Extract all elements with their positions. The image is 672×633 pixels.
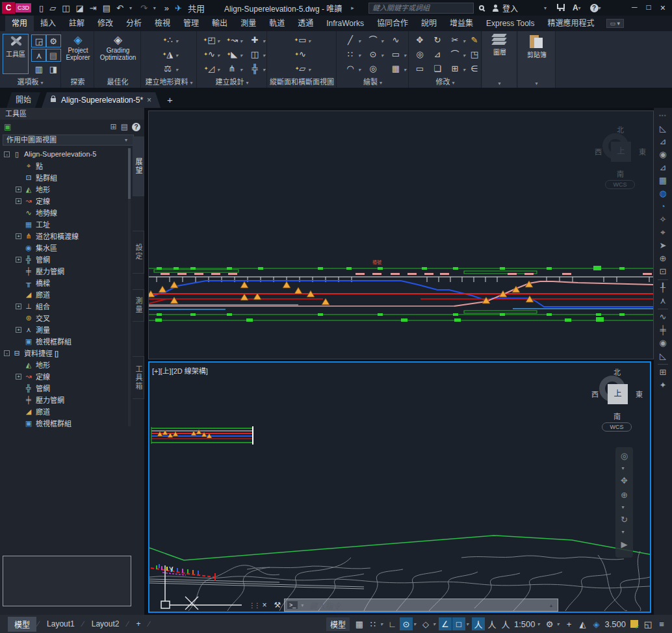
- quick-profile-icon[interactable]: ✦∿: [292, 48, 308, 61]
- viewcube-north[interactable]: 北: [614, 367, 621, 377]
- orbit-icon[interactable]: ↻: [621, 515, 628, 524]
- command-customize-icon[interactable]: ⚒: [271, 601, 284, 610]
- point-filter-icon[interactable]: ✦: [660, 380, 667, 391]
- tree-item-turnouts-crossovers[interactable]: +⋔道岔和橫渡線: [1, 230, 129, 242]
- tree-item-ds-corridors[interactable]: ◢廊道: [1, 406, 129, 417]
- viewcube-east[interactable]: 東: [636, 389, 643, 399]
- toolspace-tab-toolbox[interactable]: 工具箱: [133, 356, 144, 399]
- tab-addins[interactable]: 增益集: [443, 16, 480, 31]
- layers-button[interactable]: 圖層: [487, 34, 512, 57]
- point-number-icon[interactable]: ⌖: [660, 227, 665, 238]
- workspace-dropdown-icon[interactable]: ▾: [556, 621, 562, 627]
- panel-pin-icon[interactable]: ⊞: [110, 122, 117, 131]
- annotation-autoscale-icon[interactable]: 人: [485, 617, 498, 630]
- pline-edit-icon[interactable]: ◠▾: [342, 62, 361, 75]
- close-icon[interactable]: ×: [660, 3, 666, 13]
- share-label[interactable]: 共用: [188, 2, 205, 14]
- tab-rail[interactable]: 軌道: [263, 16, 291, 31]
- match-transparent-icon[interactable]: ⊞: [660, 367, 667, 378]
- user-icon[interactable]: [492, 5, 499, 12]
- stretch-icon[interactable]: ▭: [412, 62, 428, 75]
- assembly-icon[interactable]: ⋔▾: [224, 62, 242, 75]
- signin-dropdown-icon[interactable]: ▾: [544, 5, 549, 11]
- view-selector-dropdown[interactable]: 作用中圖面視圖 ▾: [3, 135, 134, 146]
- steering-wheel-icon[interactable]: ◎: [621, 451, 628, 461]
- viewcube-face-top[interactable]: 上: [611, 142, 631, 162]
- tree-item-bridges[interactable]: ╥橋樑: [1, 277, 129, 289]
- line-icon[interactable]: ╱▾: [342, 34, 361, 47]
- tree-item-ds-alignments[interactable]: +↝定線: [1, 370, 129, 382]
- wcs-menu[interactable]: WCS: [605, 180, 635, 189]
- fillet-icon[interactable]: ⌒▾: [447, 48, 465, 61]
- viewcube-east[interactable]: 東: [639, 146, 646, 157]
- minimize-icon[interactable]: ─: [632, 3, 638, 13]
- deflection-icon[interactable]: ⊿: [660, 162, 667, 173]
- survey-station-icon[interactable]: ⋏: [660, 296, 666, 306]
- pipe-network-icon[interactable]: ╬▾: [247, 62, 265, 75]
- command-prompt-icon[interactable]: >_: [287, 601, 298, 609]
- tree-item-pressure-networks[interactable]: ╪壓力管網: [1, 265, 129, 277]
- new-file-icon[interactable]: ▯: [39, 3, 44, 13]
- tab-express-tools[interactable]: Express Tools: [480, 16, 541, 31]
- layout2-tab[interactable]: Layout2: [85, 617, 126, 630]
- open-file-icon[interactable]: ▱: [49, 3, 56, 13]
- panel-draw-label[interactable]: 繪製 ▾: [337, 76, 408, 86]
- graphics-performance-icon[interactable]: ◈: [589, 617, 602, 630]
- points-menu-icon[interactable]: ✦∴▾: [160, 34, 178, 47]
- sign-in-label[interactable]: 登入: [502, 3, 518, 14]
- properties-palette-icon[interactable]: ◲: [31, 34, 47, 47]
- app-dropdown-icon[interactable]: ▾: [578, 5, 584, 11]
- qat-more-icon[interactable]: »: [164, 3, 169, 13]
- toolbar-grip[interactable]: ▪▪▪: [659, 110, 667, 121]
- parcel-icon[interactable]: ✦◰▾: [201, 34, 220, 47]
- drawing-standards-icon[interactable]: [630, 620, 638, 628]
- tree-item-assemblies[interactable]: +⊥組合: [1, 300, 129, 312]
- save-as-icon[interactable]: ◪: [75, 3, 83, 13]
- tab-home[interactable]: 常用: [5, 16, 34, 31]
- mirror-icon[interactable]: ⊿: [430, 48, 445, 61]
- undo-icon[interactable]: ↶: [116, 3, 123, 13]
- elevation-value[interactable]: 3.500: [603, 617, 627, 630]
- survey-palette-icon[interactable]: ⋏: [31, 49, 47, 62]
- polar-dropdown-icon[interactable]: ▾: [413, 621, 419, 627]
- tab-survey[interactable]: 測量: [234, 16, 263, 31]
- pan-icon[interactable]: ✥: [621, 476, 628, 485]
- toolspace-button[interactable]: 工具區: [3, 34, 29, 74]
- scale-dropdown-icon[interactable]: ▾: [537, 621, 542, 627]
- tree-root-data-shortcuts[interactable]: -⊟資料捷徑 []: [1, 347, 129, 359]
- toolspace-tab-survey[interactable]: 測量: [133, 289, 144, 322]
- alignment-icon[interactable]: ✦↝▾: [224, 34, 242, 47]
- tab-manage[interactable]: 管理: [177, 16, 205, 31]
- tab-analyze[interactable]: 分析: [120, 16, 148, 31]
- tree-item-survey[interactable]: +⋏測量: [1, 324, 129, 335]
- search-icon[interactable]: [479, 5, 484, 10]
- snap-mode-icon[interactable]: ∷: [367, 617, 380, 630]
- viewport-controls-label[interactable]: [+][上][2D 線架構]: [152, 365, 208, 376]
- rectangle-icon[interactable]: ▭▾: [388, 48, 406, 61]
- redo-icon[interactable]: ↷: [140, 3, 148, 13]
- zoom-point-icon[interactable]: ⊕: [660, 253, 667, 264]
- erase-icon[interactable]: ✎: [467, 34, 482, 47]
- section-view-icon[interactable]: ✦▱▾: [292, 62, 311, 75]
- tree-item-ds-view-frame-groups[interactable]: ▣檢視框群組: [1, 417, 129, 429]
- catchment-point-icon[interactable]: ◉: [659, 338, 666, 348]
- tree-item-intersections[interactable]: ⊛交叉: [1, 312, 129, 324]
- profile-view-icon[interactable]: ✦▭▾: [292, 34, 311, 47]
- profile-elevation-icon[interactable]: ∿: [660, 312, 667, 322]
- redo-dropdown-icon[interactable]: ▾: [153, 5, 159, 11]
- explode-icon[interactable]: ◳: [467, 48, 482, 61]
- panel-create-ground-label[interactable]: 建立地形資料 ▾: [142, 76, 196, 86]
- panel-create-design-label[interactable]: 建立設計 ▾: [198, 76, 266, 86]
- tab-transparent[interactable]: 透通: [291, 16, 320, 31]
- command-close-icon[interactable]: ×: [258, 601, 271, 610]
- pressure-pipe-icon[interactable]: ╪: [660, 325, 666, 335]
- viewcube-top-viewport[interactable]: 上 北 南 西 東 WCS: [596, 125, 645, 188]
- tab-insert[interactable]: 插入: [34, 16, 62, 31]
- snap-dropdown-icon[interactable]: ▾: [380, 621, 385, 627]
- new-drawing-button[interactable]: +: [167, 92, 173, 108]
- tree-item-sites[interactable]: ▦工址: [1, 218, 129, 230]
- command-grip[interactable]: ⋮⋮: [249, 602, 258, 609]
- tab-output[interactable]: 輸出: [205, 16, 234, 31]
- isodraft-icon[interactable]: ◇: [419, 617, 432, 630]
- circle-icon[interactable]: ⊙▾: [365, 48, 383, 61]
